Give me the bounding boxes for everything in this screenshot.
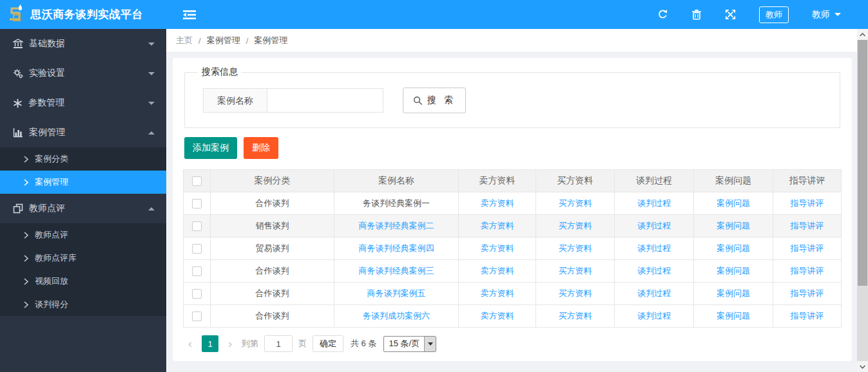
case-question-link[interactable]: 案例问题 xyxy=(717,288,750,298)
gears-icon xyxy=(13,68,23,79)
table-row: 贸易谈判 商务谈判经典案例四 卖方资料 买方资料 谈判过程 案例问题 指导讲评 xyxy=(184,237,842,260)
prev-page-button[interactable]: ‹ xyxy=(184,338,196,349)
page-size-value: 15 条/页 xyxy=(384,338,424,349)
clear-cache-button[interactable] xyxy=(691,9,702,20)
case-name-link[interactable]: 商务谈判案例五 xyxy=(367,288,426,298)
case-name-link[interactable]: 务谈判成功案例六 xyxy=(363,311,430,321)
guidance-review-link[interactable]: 指导讲评 xyxy=(791,266,824,275)
sidebar-item-teacher-comment[interactable]: 教师点评 xyxy=(0,223,166,246)
case-question-link[interactable]: 案例问题 xyxy=(717,311,750,321)
header-case-name: 案例名称 xyxy=(334,170,459,192)
goto-page-input[interactable] xyxy=(264,335,293,352)
next-page-button[interactable]: › xyxy=(224,338,236,349)
negotiation-process-link[interactable]: 谈判过程 xyxy=(637,243,671,253)
case-category-cell: 贸易谈判 xyxy=(211,237,334,260)
header-case-category: 案例分类 xyxy=(211,170,334,192)
role-badge[interactable]: 教师 xyxy=(759,6,789,23)
negotiation-process-link[interactable]: 谈判过程 xyxy=(637,266,671,275)
confirm-page-button[interactable]: 确定 xyxy=(313,335,343,352)
expand-arrows-icon xyxy=(725,9,736,20)
scrollbar-thumb[interactable] xyxy=(858,40,867,286)
case-name-link[interactable]: 商务谈判经典案例二 xyxy=(359,221,434,230)
case-name-input[interactable] xyxy=(267,88,383,113)
guidance-review-link[interactable]: 指导讲评 xyxy=(791,221,824,230)
guidance-review-link[interactable]: 指导讲评 xyxy=(791,288,824,298)
buyer-material-link[interactable]: 买方资料 xyxy=(559,198,592,208)
case-name-link[interactable]: 商务谈判经典案例三 xyxy=(359,266,434,275)
row-checkbox[interactable] xyxy=(192,312,202,321)
scroll-down-arrow-icon xyxy=(860,365,865,369)
sidebar-item-case-category[interactable]: 案例分类 xyxy=(0,147,166,171)
sidebar-item-parameter-management[interactable]: 参数管理 xyxy=(0,88,166,118)
buyer-material-link[interactable]: 买方资料 xyxy=(559,311,592,321)
case-category-cell: 合作谈判 xyxy=(211,283,334,305)
fullscreen-button[interactable] xyxy=(725,9,736,20)
goto-prefix-label: 到第 xyxy=(242,338,258,349)
header-seller-material: 卖方资料 xyxy=(459,170,536,192)
total-count-label: 共 6 条 xyxy=(351,338,376,349)
search-icon xyxy=(413,96,423,106)
negotiation-process-link[interactable]: 谈判过程 xyxy=(637,198,671,208)
seller-material-link[interactable]: 卖方资料 xyxy=(481,198,514,208)
sidebar-item-basic-data[interactable]: 基础数据 xyxy=(0,29,166,59)
sidebar-item-case-management[interactable]: 案例管理 xyxy=(0,118,166,147)
seller-material-link[interactable]: 卖方资料 xyxy=(481,243,514,253)
sidebar-item-label: 视频回放 xyxy=(35,275,68,287)
sidebar-item-video-playback[interactable]: 视频回放 xyxy=(0,270,166,293)
topbar-right: 教师 教师 xyxy=(657,6,859,23)
row-checkbox[interactable] xyxy=(192,289,202,299)
add-case-button[interactable]: 添加案例 xyxy=(184,137,237,159)
sidebar-item-label: 教师点评 xyxy=(35,229,68,241)
refresh-button[interactable] xyxy=(657,9,668,20)
page-size-select[interactable]: 15 条/页 xyxy=(383,336,436,352)
search-button[interactable]: 搜 索 xyxy=(403,88,466,113)
sidebar-item-negotiation-score[interactable]: 谈判得分 xyxy=(0,293,166,316)
chevron-right-icon xyxy=(23,278,29,285)
buyer-material-link[interactable]: 买方资料 xyxy=(559,243,592,253)
case-question-link[interactable]: 案例问题 xyxy=(717,266,750,275)
sidebar-item-teacher-comment-library[interactable]: 教师点评库 xyxy=(0,246,166,270)
scroll-down-button[interactable] xyxy=(857,361,868,372)
seller-material-link[interactable]: 卖方资料 xyxy=(481,221,514,230)
breadcrumb-home[interactable]: 主页 xyxy=(176,35,193,46)
negotiation-process-link[interactable]: 谈判过程 xyxy=(637,288,671,298)
row-checkbox[interactable] xyxy=(192,199,202,209)
seller-material-link[interactable]: 卖方资料 xyxy=(481,266,514,275)
case-category-cell: 合作谈判 xyxy=(211,192,334,215)
pagination-bar: ‹ 1 › 到第 页 确定 共 6 条 15 条/页 xyxy=(183,335,842,352)
user-dropdown[interactable]: 教师 xyxy=(812,9,841,21)
negotiation-process-link[interactable]: 谈判过程 xyxy=(637,311,671,321)
row-checkbox[interactable] xyxy=(192,244,202,254)
case-question-link[interactable]: 案例问题 xyxy=(717,243,750,253)
case-question-link[interactable]: 案例问题 xyxy=(717,198,750,208)
guidance-review-link[interactable]: 指导讲评 xyxy=(791,198,824,208)
table-row: 合作谈判 商务谈判案例五 卖方资料 买方资料 谈判过程 案例问题 指导讲评 xyxy=(184,283,842,305)
row-checkbox[interactable] xyxy=(192,266,202,276)
guidance-review-link[interactable]: 指导讲评 xyxy=(791,311,824,321)
delete-button[interactable]: 删除 xyxy=(244,137,278,159)
buyer-material-link[interactable]: 买方资料 xyxy=(559,288,592,298)
vertical-scrollbar[interactable] xyxy=(857,29,868,372)
current-page-button[interactable]: 1 xyxy=(202,335,218,352)
buyer-material-link[interactable]: 买方资料 xyxy=(559,266,592,275)
negotiation-process-link[interactable]: 谈判过程 xyxy=(637,221,671,230)
seller-material-link[interactable]: 卖方资料 xyxy=(481,311,514,321)
chevron-down-icon xyxy=(148,42,155,46)
sidebar-item-teacher-review[interactable]: 教师点评 xyxy=(0,194,166,223)
sidebar: 思沃商务谈判实战平台 基础数据 xyxy=(0,0,166,372)
scroll-up-arrow-icon xyxy=(860,33,865,37)
case-name-link[interactable]: 商务谈判经典案例四 xyxy=(359,243,434,253)
case-question-link[interactable]: 案例问题 xyxy=(717,221,750,230)
case-category-cell: 合作谈判 xyxy=(211,305,334,328)
chevron-up-icon xyxy=(148,131,155,135)
select-all-checkbox[interactable] xyxy=(192,176,202,186)
guidance-review-link[interactable]: 指导讲评 xyxy=(791,243,824,253)
seller-material-link[interactable]: 卖方资料 xyxy=(481,288,514,298)
table-row: 合作谈判 务谈判经典案例一 卖方资料 买方资料 谈判过程 案例问题 指导讲评 xyxy=(184,192,842,215)
scroll-up-button[interactable] xyxy=(857,29,868,40)
row-checkbox[interactable] xyxy=(192,221,202,231)
sidebar-item-experiment-settings[interactable]: 实验设置 xyxy=(0,59,166,88)
sidebar-item-case-management-active[interactable]: 案例管理 xyxy=(0,171,166,194)
sidebar-collapse-button[interactable] xyxy=(183,10,196,20)
buyer-material-link[interactable]: 买方资料 xyxy=(559,221,592,230)
